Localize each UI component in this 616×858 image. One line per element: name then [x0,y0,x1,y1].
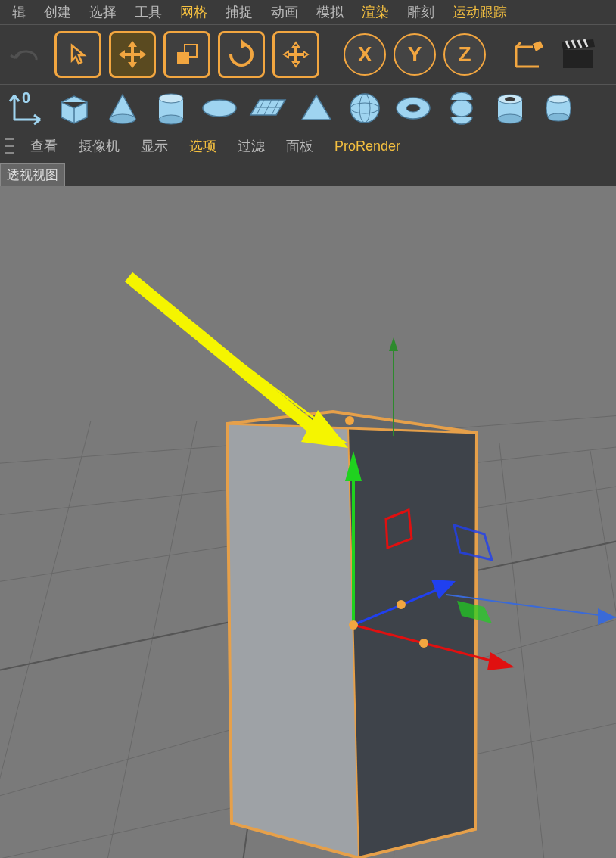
menu-snap[interactable]: 捕捉 [226,3,253,21]
cone-primitive-button[interactable] [101,90,144,126]
menu-edit[interactable]: 辑 [12,3,26,21]
z-axis-button[interactable]: Z [443,33,486,76]
vmenu-display[interactable]: 显示 [141,137,168,155]
svg-point-9 [350,94,379,123]
scale-tool-button[interactable] [163,31,210,78]
svg-point-41 [419,639,428,648]
svg-point-45 [349,620,358,630]
torus-primitive-button[interactable] [392,90,434,126]
svg-point-43 [397,600,406,609]
x-axis-button[interactable]: X [344,33,386,76]
svg-point-17 [498,114,522,123]
coord-system-button[interactable] [507,33,549,76]
viewport-label: 透视视图 [0,163,65,187]
move-tool-button[interactable] [109,31,156,78]
rotate-tool-button[interactable] [218,31,265,78]
viewport-3d[interactable] [0,186,616,858]
svg-rect-2 [563,50,593,68]
undo-button[interactable] [5,33,47,76]
svg-rect-13 [451,100,472,117]
render-clapper-button[interactable] [557,33,599,76]
vmenu-options[interactable]: 选项 [189,137,216,155]
vmenu-filter[interactable]: 过滤 [238,137,265,155]
menu-tracker[interactable]: 运动跟踪 [453,3,507,21]
svg-line-27 [0,421,91,858]
menu-animate[interactable]: 动画 [271,3,298,21]
cube-primitive-button[interactable] [53,90,95,126]
sphere-primitive-button[interactable] [344,90,386,126]
svg-point-19 [548,113,569,121]
vmenu-cameras[interactable]: 摄像机 [79,137,120,155]
vmenu-view[interactable]: 查看 [30,137,58,155]
y-axis-button[interactable]: Y [394,33,436,76]
svg-point-8 [203,100,236,117]
cylinder-primitive-button[interactable] [150,90,192,126]
primitives-toolbar: 0 [0,85,616,132]
menu-select[interactable]: 选择 [89,3,117,21]
menu-sculpt[interactable]: 雕刻 [407,3,434,21]
plane-primitive-button[interactable] [247,90,289,126]
menu-create[interactable]: 创建 [44,3,71,21]
viewport-menu-bar: 查看 摄像机 显示 选项 过滤 面板 ProRender [0,132,616,160]
pyramid-primitive-button[interactable] [295,90,338,126]
svg-point-16 [505,97,515,101]
main-menu-bar: 辑 创建 选择 工具 网格 捕捉 动画 模拟 渲染 雕刻 运动跟踪 [0,0,616,25]
svg-point-12 [406,104,420,112]
menu-tools[interactable]: 工具 [135,3,162,21]
tube-primitive-button[interactable] [489,90,531,126]
menu-simulate[interactable]: 模拟 [316,3,344,21]
barrel-primitive-button[interactable] [537,90,580,126]
svg-text:0: 0 [22,91,30,106]
svg-line-46 [129,277,315,430]
svg-point-6 [159,94,183,103]
svg-line-28 [106,421,197,858]
menu-render[interactable]: 渲染 [362,3,389,21]
svg-line-31 [499,443,545,858]
menu-mesh[interactable]: 网格 [180,3,207,21]
select-tool-button[interactable] [54,31,101,78]
vmenu-prorender[interactable]: ProRender [334,138,400,154]
svg-rect-0 [177,52,189,64]
svg-point-7 [159,115,183,124]
svg-point-18 [548,95,569,103]
vmenu-panel[interactable]: 面板 [286,137,313,155]
viewport-scene [0,186,616,858]
svg-line-32 [590,451,616,829]
viewport-drag-handle[interactable] [5,135,14,157]
main-toolbar: X Y Z [0,25,616,85]
svg-point-4 [110,114,135,123]
transform-tool-button[interactable] [272,31,319,78]
svg-point-38 [345,416,354,425]
disc-primitive-button[interactable] [198,90,241,126]
coord-origin-button[interactable]: 0 [5,90,47,126]
capsule-primitive-button[interactable] [440,90,483,126]
